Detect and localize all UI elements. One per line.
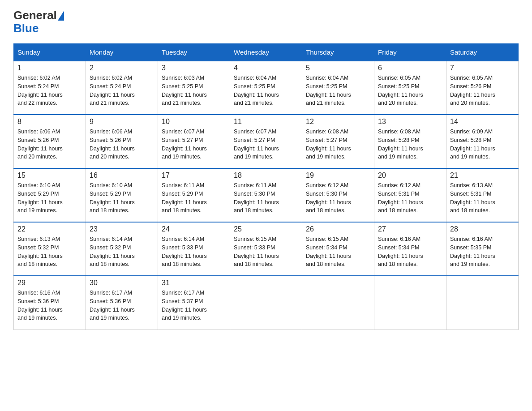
day-info: Sunrise: 6:17 AMSunset: 5:36 PMDaylight:… bbox=[90, 289, 154, 322]
day-info: Sunrise: 6:02 AMSunset: 5:24 PMDaylight:… bbox=[90, 74, 154, 107]
day-header-thursday: Thursday bbox=[302, 44, 374, 61]
day-info: Sunrise: 6:06 AMSunset: 5:26 PMDaylight:… bbox=[90, 128, 154, 161]
day-info: Sunrise: 6:11 AMSunset: 5:29 PMDaylight:… bbox=[162, 181, 226, 215]
day-cell: 20 Sunrise: 6:12 AMSunset: 5:31 PMDaylig… bbox=[374, 168, 446, 222]
day-cell bbox=[446, 276, 519, 330]
header-row: SundayMondayTuesdayWednesdayThursdayFrid… bbox=[14, 44, 519, 61]
day-info: Sunrise: 6:15 AMSunset: 5:34 PMDaylight:… bbox=[306, 235, 370, 269]
week-row-2: 8 Sunrise: 6:06 AMSunset: 5:26 PMDayligh… bbox=[14, 115, 519, 168]
day-cell: 18 Sunrise: 6:11 AMSunset: 5:30 PMDaylig… bbox=[230, 168, 302, 222]
day-number: 2 bbox=[90, 64, 154, 72]
day-number: 29 bbox=[17, 279, 82, 287]
day-info: Sunrise: 6:13 AMSunset: 5:32 PMDaylight:… bbox=[17, 235, 82, 269]
day-number: 18 bbox=[234, 171, 298, 180]
day-cell: 30 Sunrise: 6:17 AMSunset: 5:36 PMDaylig… bbox=[86, 276, 158, 330]
day-cell: 12 Sunrise: 6:08 AMSunset: 5:27 PMDaylig… bbox=[302, 115, 374, 168]
day-number: 26 bbox=[306, 225, 370, 233]
day-cell: 5 Sunrise: 6:04 AMSunset: 5:25 PMDayligh… bbox=[302, 61, 374, 115]
day-info: Sunrise: 6:16 AMSunset: 5:34 PMDaylight:… bbox=[378, 235, 442, 269]
day-cell: 6 Sunrise: 6:05 AMSunset: 5:25 PMDayligh… bbox=[374, 61, 446, 115]
day-info: Sunrise: 6:02 AMSunset: 5:24 PMDaylight:… bbox=[17, 74, 82, 107]
day-number: 7 bbox=[450, 64, 515, 72]
day-cell: 8 Sunrise: 6:06 AMSunset: 5:26 PMDayligh… bbox=[14, 115, 86, 168]
week-row-5: 29 Sunrise: 6:16 AMSunset: 5:36 PMDaylig… bbox=[14, 276, 519, 330]
day-number: 1 bbox=[17, 64, 82, 72]
day-number: 3 bbox=[162, 64, 226, 72]
day-number: 8 bbox=[17, 118, 82, 126]
day-cell: 11 Sunrise: 6:07 AMSunset: 5:27 PMDaylig… bbox=[230, 115, 302, 168]
logo-text-general: General bbox=[13, 9, 57, 22]
day-cell bbox=[230, 276, 302, 330]
day-cell: 9 Sunrise: 6:06 AMSunset: 5:26 PMDayligh… bbox=[86, 115, 158, 168]
day-info: Sunrise: 6:10 AMSunset: 5:29 PMDaylight:… bbox=[90, 181, 154, 215]
day-number: 19 bbox=[306, 171, 370, 180]
logo-triangle-icon bbox=[58, 11, 64, 21]
day-info: Sunrise: 6:16 AMSunset: 5:36 PMDaylight:… bbox=[17, 289, 82, 322]
day-cell: 7 Sunrise: 6:05 AMSunset: 5:26 PMDayligh… bbox=[446, 61, 519, 115]
day-number: 23 bbox=[90, 225, 154, 233]
day-cell: 16 Sunrise: 6:10 AMSunset: 5:29 PMDaylig… bbox=[86, 168, 158, 222]
day-cell: 17 Sunrise: 6:11 AMSunset: 5:29 PMDaylig… bbox=[158, 168, 230, 222]
day-header-saturday: Saturday bbox=[446, 44, 519, 61]
day-info: Sunrise: 6:13 AMSunset: 5:31 PMDaylight:… bbox=[450, 181, 515, 215]
day-info: Sunrise: 6:10 AMSunset: 5:29 PMDaylight:… bbox=[17, 181, 82, 215]
day-cell: 29 Sunrise: 6:16 AMSunset: 5:36 PMDaylig… bbox=[14, 276, 86, 330]
day-number: 17 bbox=[162, 171, 226, 180]
day-cell: 22 Sunrise: 6:13 AMSunset: 5:32 PMDaylig… bbox=[14, 222, 86, 276]
day-number: 21 bbox=[450, 171, 515, 180]
day-cell bbox=[302, 276, 374, 330]
day-cell: 24 Sunrise: 6:14 AMSunset: 5:33 PMDaylig… bbox=[158, 222, 230, 276]
day-cell: 13 Sunrise: 6:08 AMSunset: 5:28 PMDaylig… bbox=[374, 115, 446, 168]
day-cell: 26 Sunrise: 6:15 AMSunset: 5:34 PMDaylig… bbox=[302, 222, 374, 276]
day-info: Sunrise: 6:04 AMSunset: 5:25 PMDaylight:… bbox=[306, 74, 370, 107]
day-cell: 21 Sunrise: 6:13 AMSunset: 5:31 PMDaylig… bbox=[446, 168, 519, 222]
day-cell: 27 Sunrise: 6:16 AMSunset: 5:34 PMDaylig… bbox=[374, 222, 446, 276]
day-info: Sunrise: 6:15 AMSunset: 5:33 PMDaylight:… bbox=[234, 235, 298, 269]
day-info: Sunrise: 6:07 AMSunset: 5:27 PMDaylight:… bbox=[234, 128, 298, 161]
day-info: Sunrise: 6:17 AMSunset: 5:37 PMDaylight:… bbox=[162, 289, 226, 322]
day-header-wednesday: Wednesday bbox=[230, 44, 302, 61]
week-row-1: 1 Sunrise: 6:02 AMSunset: 5:24 PMDayligh… bbox=[14, 61, 519, 115]
day-number: 15 bbox=[17, 171, 82, 180]
day-info: Sunrise: 6:04 AMSunset: 5:25 PMDaylight:… bbox=[234, 74, 298, 107]
day-info: Sunrise: 6:08 AMSunset: 5:28 PMDaylight:… bbox=[378, 128, 442, 161]
day-cell: 31 Sunrise: 6:17 AMSunset: 5:37 PMDaylig… bbox=[158, 276, 230, 330]
day-info: Sunrise: 6:16 AMSunset: 5:35 PMDaylight:… bbox=[450, 235, 515, 269]
logo: General Blue bbox=[13, 9, 64, 34]
day-number: 25 bbox=[234, 225, 298, 233]
day-number: 27 bbox=[378, 225, 442, 233]
day-number: 6 bbox=[378, 64, 442, 72]
day-number: 20 bbox=[378, 171, 442, 180]
day-info: Sunrise: 6:12 AMSunset: 5:31 PMDaylight:… bbox=[378, 181, 442, 215]
day-number: 22 bbox=[17, 225, 82, 233]
day-number: 30 bbox=[90, 279, 154, 287]
day-number: 11 bbox=[234, 118, 298, 126]
day-number: 5 bbox=[306, 64, 370, 72]
day-cell: 15 Sunrise: 6:10 AMSunset: 5:29 PMDaylig… bbox=[14, 168, 86, 222]
day-header-friday: Friday bbox=[374, 44, 446, 61]
calendar-body: 1 Sunrise: 6:02 AMSunset: 5:24 PMDayligh… bbox=[14, 61, 519, 330]
day-info: Sunrise: 6:07 AMSunset: 5:27 PMDaylight:… bbox=[162, 128, 226, 161]
day-info: Sunrise: 6:14 AMSunset: 5:32 PMDaylight:… bbox=[90, 235, 154, 269]
day-info: Sunrise: 6:03 AMSunset: 5:25 PMDaylight:… bbox=[162, 74, 226, 107]
day-info: Sunrise: 6:11 AMSunset: 5:30 PMDaylight:… bbox=[234, 181, 298, 215]
day-number: 4 bbox=[234, 64, 298, 72]
calendar-table: SundayMondayTuesdayWednesdayThursdayFrid… bbox=[13, 43, 519, 330]
day-number: 24 bbox=[162, 225, 226, 233]
day-number: 14 bbox=[450, 118, 515, 126]
day-number: 13 bbox=[378, 118, 442, 126]
day-number: 12 bbox=[306, 118, 370, 126]
day-cell: 23 Sunrise: 6:14 AMSunset: 5:32 PMDaylig… bbox=[86, 222, 158, 276]
day-info: Sunrise: 6:05 AMSunset: 5:25 PMDaylight:… bbox=[378, 74, 442, 107]
day-number: 9 bbox=[90, 118, 154, 126]
day-cell: 4 Sunrise: 6:04 AMSunset: 5:25 PMDayligh… bbox=[230, 61, 302, 115]
day-info: Sunrise: 6:05 AMSunset: 5:26 PMDaylight:… bbox=[450, 74, 515, 107]
day-header-monday: Monday bbox=[86, 44, 158, 61]
day-cell: 3 Sunrise: 6:03 AMSunset: 5:25 PMDayligh… bbox=[158, 61, 230, 115]
day-cell: 14 Sunrise: 6:09 AMSunset: 5:28 PMDaylig… bbox=[446, 115, 519, 168]
week-row-4: 22 Sunrise: 6:13 AMSunset: 5:32 PMDaylig… bbox=[14, 222, 519, 276]
day-cell: 1 Sunrise: 6:02 AMSunset: 5:24 PMDayligh… bbox=[14, 61, 86, 115]
day-header-sunday: Sunday bbox=[14, 44, 86, 61]
day-number: 10 bbox=[162, 118, 226, 126]
logo-text-blue: Blue bbox=[13, 21, 39, 35]
